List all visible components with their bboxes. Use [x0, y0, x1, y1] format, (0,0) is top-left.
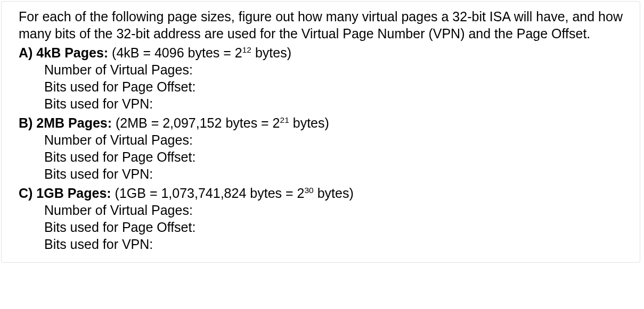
section-c-label: C) 1GB Pages: — [19, 186, 111, 201]
section-b-header: B) 2MB Pages: (2MB = 2,097,152 bytes = 2… — [19, 114, 623, 131]
section-c-detail-pre: (1GB = 1,073,741,824 bytes = 2 — [111, 186, 305, 201]
section-b-detail-exp: 21 — [280, 115, 289, 124]
section-b-line2: Bits used for Page Offset: — [44, 148, 623, 165]
question-intro: For each of the following page sizes, fi… — [19, 8, 623, 42]
section-b-label: B) 2MB Pages: — [19, 115, 112, 130]
section-a-line3: Bits used for VPN: — [44, 95, 623, 112]
section-a-label: A) 4kB Pages: — [19, 45, 108, 60]
question-container: For each of the following page sizes, fi… — [1, 1, 640, 263]
section-c-detail-post: bytes) — [314, 186, 354, 201]
section-c-line3: Bits used for VPN: — [44, 236, 623, 253]
section-a-line2: Bits used for Page Offset: — [44, 78, 623, 95]
section-c-header: C) 1GB Pages: (1GB = 1,073,741,824 bytes… — [19, 185, 623, 202]
section-c-detail-exp: 30 — [304, 186, 313, 195]
section-c-line2: Bits used for Page Offset: — [44, 219, 623, 236]
section-a-detail-post: bytes) — [251, 45, 291, 60]
section-c-line1: Number of Virtual Pages: — [44, 202, 623, 219]
section-a-detail-pre: (4kB = 4096 bytes = 2 — [108, 45, 242, 60]
section-b-detail-pre: (2MB = 2,097,152 bytes = 2 — [112, 115, 280, 130]
section-b-line1: Number of Virtual Pages: — [44, 131, 623, 148]
section-b-detail-post: bytes) — [289, 115, 329, 130]
section-a-header: A) 4kB Pages: (4kB = 4096 bytes = 212 by… — [19, 44, 623, 61]
section-b-line3: Bits used for VPN: — [44, 165, 623, 182]
section-a-detail-exp: 12 — [242, 45, 251, 54]
section-a-line1: Number of Virtual Pages: — [44, 61, 623, 78]
